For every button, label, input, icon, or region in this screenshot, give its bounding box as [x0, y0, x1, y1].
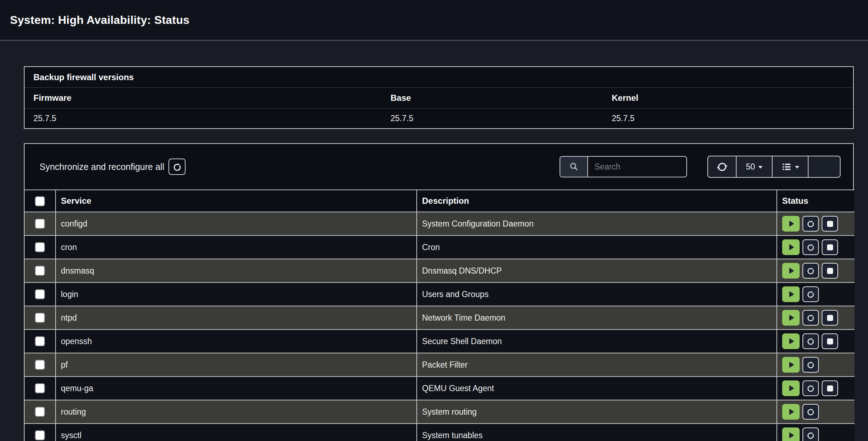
search-icon: [568, 161, 579, 172]
row-checkbox[interactable]: [35, 242, 45, 252]
service-description: System Configuration Daemon: [417, 212, 777, 235]
toolbar-right: 50: [560, 156, 841, 178]
stop-icon: [827, 244, 833, 250]
restart-icon: [806, 384, 815, 393]
row-checkbox-cell: [25, 282, 56, 306]
row-checkbox[interactable]: [35, 360, 45, 370]
service-description: Dnsmasq DNS/DHCP: [417, 259, 777, 282]
stop-icon: [827, 338, 833, 344]
refresh-icon: [717, 161, 728, 172]
service-name: ntpd: [56, 306, 417, 330]
service-name: qemu-ga: [56, 377, 417, 400]
sync-all-label: Synchronize and reconfigure all: [40, 162, 164, 172]
restart-icon: [806, 360, 815, 369]
service-actions: [782, 333, 849, 349]
service-name: configd: [56, 212, 417, 235]
row-checkbox-cell: [25, 400, 56, 424]
service-status-cell: [777, 330, 854, 353]
service-actions: [782, 239, 849, 255]
start-service-button[interactable]: [782, 333, 800, 349]
restart-icon: [806, 337, 815, 346]
service-name: dnsmasq: [56, 259, 417, 282]
play-icon: [787, 384, 795, 393]
play-icon: [787, 408, 795, 416]
service-name: routing: [56, 400, 417, 424]
service-status-cell: [777, 400, 854, 424]
start-service-button[interactable]: [782, 427, 800, 441]
page-content: Backup firewall versions Firmware Base K…: [0, 66, 868, 441]
service-status-cell: [777, 235, 854, 259]
start-service-button[interactable]: [782, 263, 800, 279]
services-panel: Synchronize and reconfigure all: [24, 143, 854, 441]
row-checkbox[interactable]: [35, 383, 45, 393]
stop-service-button[interactable]: [822, 380, 838, 396]
row-checkbox[interactable]: [35, 336, 45, 346]
restart-service-button[interactable]: [802, 310, 819, 326]
restart-service-button[interactable]: [802, 333, 819, 349]
start-service-button[interactable]: [782, 286, 800, 302]
page-size-value: 50: [746, 162, 755, 172]
service-actions: [782, 427, 849, 441]
page-size-dropdown[interactable]: 50: [737, 156, 773, 177]
restart-service-button[interactable]: [802, 263, 819, 279]
row-checkbox[interactable]: [35, 407, 45, 417]
select-all-checkbox[interactable]: [35, 196, 45, 206]
stop-service-button[interactable]: [822, 333, 838, 349]
page-title: System: High Availability: Status: [10, 14, 189, 27]
service-status-cell: [777, 424, 854, 441]
service-description: System routing: [417, 400, 777, 424]
service-row: dnsmasq Dnsmasq DNS/DHCP: [25, 259, 854, 282]
service-actions: [782, 380, 849, 396]
row-checkbox[interactable]: [35, 219, 45, 229]
play-icon: [787, 243, 795, 251]
services-table: Service Description Status configd Syste…: [25, 190, 854, 441]
restart-service-button[interactable]: [802, 427, 819, 441]
row-checkbox[interactable]: [35, 266, 45, 276]
services-table-body: configd System Configuration Daemon: [25, 212, 854, 441]
column-header-status: Status: [777, 190, 854, 212]
versions-header-kernel: Kernel: [603, 88, 853, 109]
versions-header-firmware: Firmware: [25, 88, 382, 109]
start-service-button[interactable]: [782, 380, 800, 396]
start-service-button[interactable]: [782, 404, 800, 420]
row-checkbox[interactable]: [35, 313, 45, 323]
service-status-cell: [777, 306, 854, 330]
stop-service-button[interactable]: [822, 216, 838, 232]
restart-service-button[interactable]: [802, 216, 819, 232]
start-service-button[interactable]: [782, 239, 800, 255]
start-service-button[interactable]: [782, 357, 800, 373]
stop-service-button[interactable]: [822, 263, 838, 279]
play-icon: [787, 219, 795, 228]
restart-service-button[interactable]: [802, 380, 819, 396]
column-header-service[interactable]: Service: [56, 190, 417, 212]
refresh-icon: [172, 162, 182, 172]
service-status-cell: [777, 353, 854, 377]
row-checkbox[interactable]: [35, 430, 45, 440]
backup-versions-title: Backup firewall versions: [25, 67, 853, 88]
restart-icon: [806, 266, 815, 275]
row-checkbox[interactable]: [35, 289, 45, 299]
service-description: System tunables: [417, 424, 777, 441]
services-header-row: Service Description Status: [25, 190, 854, 212]
stop-icon: [827, 315, 833, 321]
service-name: openssh: [56, 330, 417, 353]
restart-service-button[interactable]: [802, 357, 819, 373]
search-input[interactable]: [588, 157, 686, 177]
service-description: QEMU Guest Agent: [417, 377, 777, 400]
list-icon: [781, 162, 792, 172]
stop-service-button[interactable]: [822, 310, 838, 326]
play-icon: [787, 337, 795, 346]
row-checkbox-cell: [25, 377, 56, 400]
stop-service-button[interactable]: [822, 239, 838, 255]
sync-all-button[interactable]: [168, 159, 186, 175]
restart-service-button[interactable]: [802, 404, 819, 420]
restart-icon: [806, 408, 815, 416]
grid-refresh-button[interactable]: [708, 156, 737, 177]
restart-service-button[interactable]: [802, 239, 819, 255]
service-status-cell: [777, 259, 854, 282]
start-service-button[interactable]: [782, 310, 800, 326]
start-service-button[interactable]: [782, 216, 800, 232]
column-header-description[interactable]: Description: [417, 190, 777, 212]
restart-service-button[interactable]: [802, 286, 819, 302]
column-select-dropdown[interactable]: [773, 156, 809, 177]
